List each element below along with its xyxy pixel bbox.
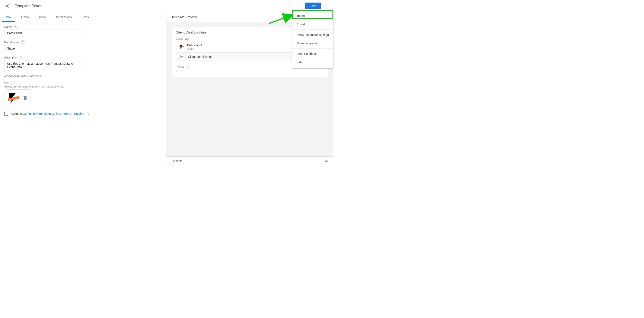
- menu-divider: [292, 48, 333, 49]
- svg-point-0: [326, 4, 326, 5]
- svg-rect-8: [181, 56, 183, 57]
- console-bar[interactable]: Console: [166, 156, 333, 165]
- name-label: Name: [4, 25, 12, 28]
- tab-info[interactable]: Info: [1, 12, 16, 22]
- preview-title: Template Preview: [172, 15, 197, 19]
- tab-permissions[interactable]: Permissions: [51, 12, 77, 22]
- overflow-menu: Import Export Show advanced settings Sho…: [292, 10, 333, 68]
- page-title: Template Editor: [15, 4, 42, 8]
- icon-hint: Select only images that you have the rig…: [4, 85, 162, 88]
- key-icon: [179, 55, 183, 59]
- client-brand: Stape: [187, 47, 202, 50]
- tab-code[interactable]: Code: [34, 12, 51, 22]
- editor-panel: Info Fields Code Permissions Tests Name …: [0, 12, 166, 165]
- save-button[interactable]: Save: [305, 2, 321, 10]
- header: Template Editor Save: [0, 0, 333, 12]
- icon-label: Icon: [4, 81, 10, 84]
- console-label: Console: [172, 159, 182, 163]
- priority-label: Priority: [176, 66, 184, 68]
- char-counter: 140/200 characters remaining: [4, 74, 162, 77]
- name-input[interactable]: [4, 29, 84, 37]
- brand-input[interactable]: [4, 44, 84, 52]
- tab-fields[interactable]: Fields: [16, 12, 34, 22]
- help-icon[interactable]: ?: [11, 81, 15, 84]
- menu-help[interactable]: Help: [292, 58, 333, 66]
- icon-preview-box: [4, 90, 31, 107]
- priority-value: 0: [176, 69, 324, 72]
- svg-rect-9: [182, 56, 183, 58]
- tos-link[interactable]: Community Template Gallery Terms of Serv…: [23, 112, 84, 116]
- agree-checkbox[interactable]: [4, 112, 8, 116]
- more-icon[interactable]: [323, 2, 330, 10]
- description-input[interactable]: Use this Client as a mapper from Request…: [4, 60, 84, 72]
- help-icon[interactable]: ?: [87, 112, 90, 116]
- agree-text: Agree to Community Template Gallery Term…: [11, 112, 84, 116]
- help-icon[interactable]: ?: [21, 40, 24, 44]
- brand-label: Brand name: [4, 40, 20, 44]
- description-label: Description: [4, 56, 18, 59]
- menu-testpage[interactable]: Show test page: [292, 39, 333, 48]
- svg-point-7: [179, 56, 181, 58]
- svg-rect-10: [183, 56, 183, 57]
- tab-tests[interactable]: Tests: [77, 12, 94, 22]
- chevron-up-icon[interactable]: [325, 159, 328, 163]
- svg-point-1: [326, 6, 326, 6]
- help-icon[interactable]: ?: [186, 65, 189, 69]
- template-icon: [6, 92, 20, 105]
- client-name: Data Client: [187, 44, 202, 47]
- svg-point-2: [326, 7, 326, 8]
- client-icon: [179, 44, 184, 50]
- menu-import[interactable]: Import: [292, 12, 333, 20]
- tab-bar: Info Fields Code Permissions Tests: [0, 12, 166, 22]
- menu-feedback[interactable]: Send Feedback: [292, 50, 333, 58]
- svg-rect-5: [23, 96, 27, 97]
- menu-export[interactable]: Export: [292, 20, 333, 28]
- permissions-label: Client permissions: [188, 55, 212, 58]
- help-icon[interactable]: ?: [20, 56, 23, 59]
- menu-advanced[interactable]: Show advanced settings: [292, 30, 333, 39]
- help-icon[interactable]: ?: [14, 25, 17, 28]
- trash-icon[interactable]: [23, 96, 27, 101]
- close-icon[interactable]: [5, 4, 10, 8]
- menu-divider: [292, 30, 333, 30]
